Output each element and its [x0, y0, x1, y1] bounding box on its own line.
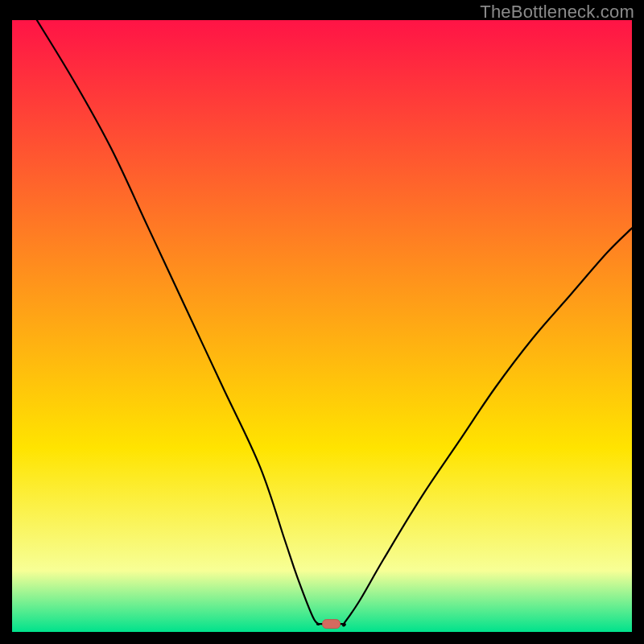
gradient-background [12, 20, 632, 632]
chart-stage: TheBottleneck.com [0, 0, 644, 644]
watermark-text: TheBottleneck.com [480, 2, 634, 23]
chart-svg [0, 0, 644, 644]
valley-marker [323, 620, 341, 629]
